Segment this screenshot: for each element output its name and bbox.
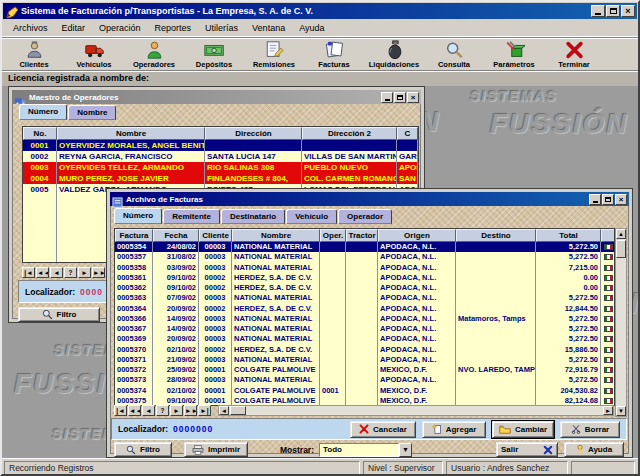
close-button[interactable]: × — [407, 92, 419, 103]
toolbar-vehiculos[interactable]: Vehículos — [64, 39, 124, 69]
invoices-nav-button-1[interactable]: ◄◄ — [128, 405, 141, 416]
cell-cliente: 00003 — [199, 252, 232, 262]
toolbar-remisiones[interactable]: Remisiones — [244, 39, 304, 69]
localizador-value[interactable]: 0000 — [80, 287, 103, 297]
invoices-nav-button-2[interactable]: ◄ — [142, 405, 155, 416]
table-row[interactable]: 000537328/09/0200003NATIONAL MATERIALAPO… — [115, 375, 614, 385]
table-row[interactable]: 000537402/10/0200001COLGATE PALMOLIVE000… — [115, 386, 614, 396]
table-row[interactable]: 000537002/10/0200002HERDEZ, S.A. DE C.V.… — [115, 345, 614, 355]
maximize-button[interactable] — [602, 194, 614, 205]
invoices-nav-button-4[interactable]: ► — [170, 405, 183, 416]
toolbar-liquidaciones[interactable]: Liquidaciones — [364, 39, 424, 69]
toolbar-clientes[interactable]: Clientes — [4, 39, 64, 69]
delete-button[interactable]: Borrar — [560, 421, 620, 438]
filter-button[interactable]: Filtro — [18, 307, 100, 322]
scrollbar-thumb[interactable] — [616, 240, 626, 258]
add-button[interactable]: Agregar — [422, 421, 486, 438]
horizontal-scrollbar[interactable]: ◄ ► — [218, 405, 614, 416]
toolbar-terminar[interactable]: Terminar — [544, 39, 604, 69]
print-button[interactable]: Imprimir — [184, 442, 248, 457]
table-row[interactable]: 000537121/09/0200003NATIONAL MATERIALAPO… — [115, 355, 614, 365]
minimize-button[interactable] — [591, 5, 605, 17]
invoices-tab-numero[interactable]: Número — [114, 208, 162, 224]
operators-tab-numero[interactable]: Número — [19, 104, 67, 120]
maximize-button[interactable] — [606, 5, 620, 17]
table-row[interactable]: 000536614/09/0200003NATIONAL MATERIALAPO… — [115, 314, 614, 324]
menu-ventana[interactable]: Ventana — [245, 21, 292, 35]
close-button[interactable]: × — [615, 194, 627, 205]
filter-button[interactable]: Filtro — [114, 442, 172, 457]
table-row[interactable]: 000536420/09/0200002HERDEZ, S.A. DE C.V.… — [115, 304, 614, 314]
invoices-tab-operador[interactable]: Operador — [338, 209, 392, 224]
invoices-nav-button-3[interactable]: ? — [156, 405, 169, 416]
invoices-nav-button-6[interactable]: ►| — [198, 405, 211, 416]
menu-editar[interactable]: Editar — [55, 21, 93, 35]
operators-nav-button-2[interactable]: ◄ — [50, 267, 63, 278]
invoices-tab-destinatario[interactable]: Destinatario — [221, 209, 285, 224]
operators-window-titlebar[interactable]: Maestro de Operadores × — [12, 90, 421, 104]
table-row[interactable]: 000535424/08/0200003NATIONAL MATERIALAPO… — [115, 242, 614, 252]
operators-nav-button-3[interactable]: ? — [64, 267, 77, 278]
scroll-up-icon[interactable]: ▲ — [616, 229, 626, 239]
table-row[interactable]: 000536307/09/0200003NATIONAL MATERIALAPO… — [115, 293, 614, 303]
table-row[interactable]: 000537225/09/0200001COLGATE PALMOLIVEMEX… — [115, 365, 614, 375]
scrollbar-thumb[interactable] — [230, 406, 246, 415]
scroll-right-icon[interactable]: ► — [603, 406, 613, 415]
cell-flag — [601, 365, 615, 375]
toolbar-depositos[interactable]: Depósitos — [184, 39, 244, 69]
vertical-scrollbar[interactable]: ▲ ▼ — [615, 228, 627, 417]
operators-nav-button-1[interactable]: ◄◄ — [36, 267, 49, 278]
table-row[interactable]: 000536109/10/0200002HERDEZ, S.A. DE C.V.… — [115, 273, 614, 283]
menu-utilerias[interactable]: Utilerías — [198, 21, 245, 35]
invoices-nav-button-5[interactable]: ►► — [184, 405, 197, 416]
minimize-button[interactable] — [381, 92, 393, 103]
invoices-tab-vehiculo[interactable]: Vehículo — [286, 209, 337, 224]
menu-reportes[interactable]: Reportes — [148, 21, 199, 35]
toolbar-consulta[interactable]: Consulta — [424, 39, 484, 69]
cell-flag — [601, 355, 615, 365]
close-button[interactable]: × — [621, 5, 635, 17]
help-button[interactable]: Ayuda — [564, 442, 624, 457]
cell-total: 15,886.50 — [536, 345, 601, 355]
menu-ayuda[interactable]: Ayuda — [292, 21, 331, 35]
table-row[interactable]: 000535731/08/0200003NATIONAL MATERIALAPO… — [115, 252, 614, 262]
cancel-button[interactable]: Cancelar — [350, 421, 416, 438]
table-row[interactable]: 000536209/10/0200002HERDEZ, S.A. DE C.V.… — [115, 283, 614, 293]
scroll-down-icon[interactable]: ▼ — [616, 406, 626, 416]
minimize-button[interactable] — [589, 194, 601, 205]
cell-oper — [320, 273, 346, 283]
toolbar-facturas[interactable]: Facturas — [304, 39, 364, 69]
table-row[interactable]: 000536920/09/0200003NATIONAL MATERIALAPO… — [115, 334, 614, 344]
invoices-nav-button-0[interactable]: |◄ — [114, 405, 127, 416]
maximize-button[interactable] — [394, 92, 406, 103]
change-button[interactable]: Cambiar — [492, 421, 554, 438]
mostrar-select[interactable]: Todo — [319, 443, 399, 457]
cell-cliente: 00003 — [199, 375, 232, 385]
toolbar-parametros[interactable]: Parámetros — [484, 39, 544, 69]
exit-button[interactable]: Salir — [496, 442, 558, 457]
cell-oper — [320, 334, 346, 344]
menu-operacion[interactable]: Operación — [92, 21, 148, 35]
table-row[interactable]: 0001OYERVIDEZ MORALES, ANGEL BENITO — [23, 140, 418, 151]
invoices-tab-remitente[interactable]: Remitente — [163, 209, 220, 224]
cell-origen: APODACA, N.L. — [378, 304, 456, 314]
operators-nav-button-5[interactable]: ►► — [92, 267, 105, 278]
table-row[interactable]: 000536714/09/0200003NATIONAL MATERIALAPO… — [115, 324, 614, 334]
cell-origen: APODACA, N.L. — [378, 334, 456, 344]
operators-nav-button-4[interactable]: ► — [78, 267, 91, 278]
scroll-left-icon[interactable]: ◄ — [219, 406, 229, 415]
invoices-window-titlebar[interactable]: Archivo de Facturas × — [110, 192, 629, 206]
chevron-down-icon[interactable]: ▼ — [399, 443, 412, 457]
toolbar-operadores[interactable]: Operadores — [124, 39, 184, 69]
localizador-value[interactable]: 0000000 — [173, 424, 213, 434]
operators-tab-nombre[interactable]: Nombre — [68, 105, 116, 120]
mexico-flag-icon — [604, 336, 613, 342]
operators-nav-button-0[interactable]: |◄ — [22, 267, 35, 278]
cell-fecha: 21/09/02 — [153, 355, 199, 365]
table-row[interactable]: 0003OYERVIDES TELLEZ, ARMANDORIO SALINAS… — [23, 162, 418, 173]
menu-archivos[interactable]: Archivos — [6, 21, 55, 35]
cell-nombre: OYERVIDEZ MORALES, ANGEL BENITO — [57, 140, 205, 151]
table-row[interactable]: 000535803/09/0200003NATIONAL MATERIALAPO… — [115, 263, 614, 273]
table-row[interactable]: 0002REYNA GARCIA, FRANCISCOSANTA LUCIA 1… — [23, 151, 418, 162]
table-row[interactable]: 0004MURO PEREZ, JOSE JAVIERFINLANDESES #… — [23, 173, 418, 184]
